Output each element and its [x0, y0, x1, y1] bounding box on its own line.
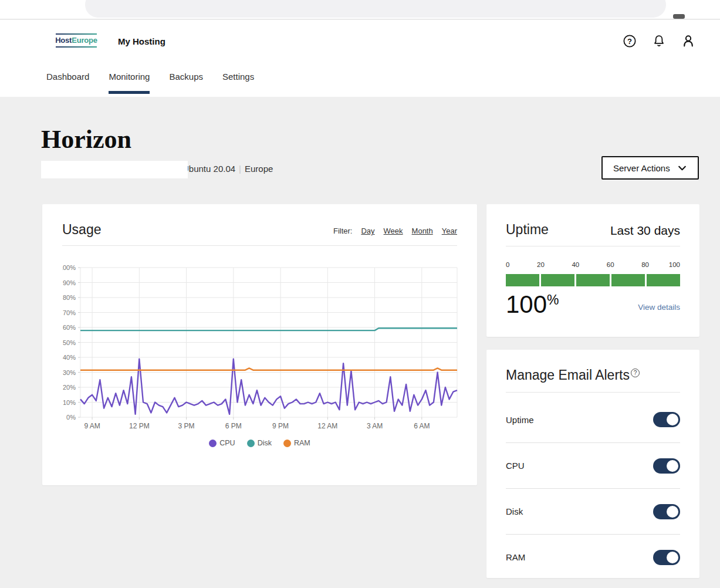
- legend-item-ram: RAM: [283, 439, 310, 447]
- notifications-icon[interactable]: [652, 34, 666, 48]
- uptime-card: Uptime Last 30 days 020406080100 100% Vi…: [486, 204, 699, 337]
- uptime-scale-label: 80: [641, 261, 649, 268]
- usage-divider: [62, 245, 457, 246]
- svg-text:0%: 0%: [66, 414, 76, 421]
- nav-item-settings[interactable]: Settings: [222, 72, 254, 94]
- usage-legend: CPUDiskRAM: [42, 439, 477, 447]
- usage-chart-svg: 0%10%20%30%40%50%60%70%80%90%100%9 AM12 …: [62, 256, 467, 432]
- account-icon[interactable]: [681, 34, 695, 48]
- legend-dot: [283, 440, 291, 447]
- page-title: Horizon: [41, 124, 131, 154]
- series-cpu: [80, 359, 457, 414]
- svg-text:90%: 90%: [63, 279, 76, 286]
- toggle-knob: [667, 414, 678, 425]
- svg-text:12 AM: 12 AM: [317, 422, 337, 430]
- svg-text:3 AM: 3 AM: [367, 422, 383, 430]
- alert-label: Disk: [506, 506, 523, 516]
- legend-dot: [209, 440, 217, 447]
- legend-item-cpu: CPU: [209, 439, 235, 447]
- uptime-scale: 020406080100: [506, 261, 680, 269]
- uptime-bar-segment: [576, 274, 610, 286]
- view-details-link[interactable]: View details: [638, 303, 680, 312]
- alert-row-ram: RAM: [506, 534, 680, 580]
- series-ram: [80, 368, 457, 370]
- svg-text:10%: 10%: [63, 399, 76, 406]
- toggle-ram[interactable]: [653, 550, 680, 565]
- svg-text:3 PM: 3 PM: [178, 422, 195, 430]
- svg-text:100%: 100%: [62, 264, 76, 271]
- filter-link-month[interactable]: Month: [412, 227, 433, 235]
- uptime-scale-label: 40: [572, 261, 579, 268]
- toggle-cpu[interactable]: [653, 458, 680, 474]
- uptime-divider: [506, 246, 680, 246]
- series-disk: [80, 328, 457, 330]
- omnibox-remnant: [85, 0, 666, 18]
- uptime-scale-label: 100: [669, 261, 680, 268]
- svg-text:70%: 70%: [63, 309, 76, 316]
- filter-link-year[interactable]: Year: [442, 227, 457, 235]
- help-icon[interactable]: ?: [631, 369, 640, 377]
- app-title: My Hosting: [118, 36, 165, 46]
- alert-label: Uptime: [506, 415, 534, 425]
- svg-text:80%: 80%: [63, 294, 76, 301]
- filter-link-week[interactable]: Week: [384, 227, 403, 235]
- nav-item-backups[interactable]: Backups: [169, 72, 203, 94]
- browser-glyph: [673, 14, 685, 19]
- alert-label: RAM: [506, 552, 525, 562]
- header-icons: ?: [623, 34, 695, 48]
- server-region: Europe: [245, 164, 273, 174]
- uptime-scale-label: 0: [506, 261, 509, 268]
- server-actions-button[interactable]: Server Actions: [601, 156, 699, 180]
- uptime-bar-segment: [506, 274, 539, 286]
- usage-card-title: Usage: [62, 222, 101, 238]
- nav-item-monitoring[interactable]: Monitoring: [109, 72, 150, 94]
- filter-link-day[interactable]: Day: [361, 227, 374, 235]
- svg-text:9 AM: 9 AM: [84, 422, 100, 430]
- svg-text:6 AM: 6 AM: [414, 422, 430, 430]
- svg-text:?: ?: [627, 37, 632, 46]
- redaction-overlay: [41, 161, 188, 178]
- alert-row-uptime: Uptime: [506, 397, 680, 442]
- svg-text:20%: 20%: [63, 384, 76, 391]
- logo-word-europe: Europe: [72, 36, 97, 45]
- toggle-knob: [667, 460, 678, 472]
- uptime-bar: [506, 274, 680, 286]
- usage-chart: 0%10%20%30%40%50%60%70%80%90%100%9 AM12 …: [62, 256, 467, 434]
- alert-rows: UptimeCPUDiskRAM: [486, 397, 699, 580]
- legend-dot: [247, 440, 255, 447]
- server-os: Ubuntu 20.04: [182, 164, 235, 174]
- subtitle-separator: |: [235, 164, 245, 174]
- usage-filter-row: Filter: DayWeekMonthYear: [333, 227, 457, 235]
- alerts-card-title: Manage Email Alerts ?: [506, 367, 640, 383]
- nav-item-dashboard[interactable]: Dashboard: [46, 72, 89, 94]
- uptime-bar-segment: [647, 274, 680, 286]
- browser-top-strip: [0, 0, 720, 19]
- app-header: HostEurope My Hosting ? DashboardMonitor…: [0, 20, 720, 97]
- svg-text:30%: 30%: [63, 369, 76, 376]
- toggle-knob: [667, 552, 678, 563]
- svg-text:40%: 40%: [63, 354, 76, 361]
- toggle-knob: [667, 506, 678, 518]
- svg-text:50%: 50%: [63, 339, 76, 346]
- uptime-bar-segment: [541, 274, 574, 286]
- svg-text:9 PM: 9 PM: [272, 422, 289, 430]
- toggle-disk[interactable]: [653, 504, 680, 519]
- alert-row-cpu: CPU: [506, 442, 680, 488]
- uptime-scale-label: 60: [607, 261, 614, 268]
- main-nav: DashboardMonitoringBackupsSettings: [46, 72, 273, 94]
- alerts-divider: [506, 392, 680, 393]
- usage-card: Usage Filter: DayWeekMonthYear 0%10%20%3…: [42, 204, 477, 485]
- logo-word-host: Host: [55, 36, 72, 45]
- uptime-bar-segment: [611, 274, 645, 286]
- uptime-period: Last 30 days: [610, 224, 680, 238]
- svg-text:12 PM: 12 PM: [129, 422, 150, 430]
- filter-label: Filter:: [333, 227, 353, 235]
- alerts-card: Manage Email Alerts ? UptimeCPUDiskRAM: [486, 350, 699, 578]
- uptime-scale-label: 20: [537, 261, 545, 268]
- hosteurope-logo[interactable]: HostEurope: [56, 33, 97, 48]
- legend-item-disk: Disk: [247, 439, 272, 447]
- toggle-uptime[interactable]: [653, 412, 680, 427]
- server-subtitle: Ubuntu 20.04|Europe: [41, 162, 346, 178]
- alert-row-disk: Disk: [506, 488, 680, 534]
- help-icon[interactable]: ?: [623, 34, 637, 48]
